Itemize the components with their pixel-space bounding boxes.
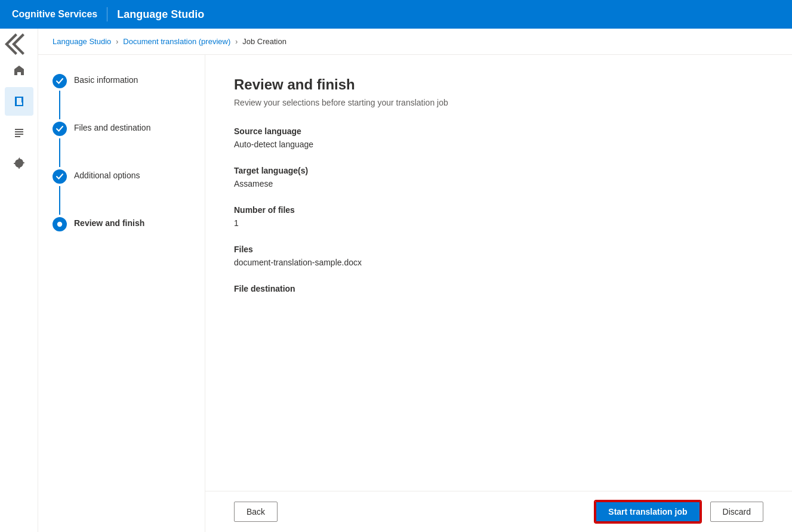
step-item-review: Review and finish — [53, 217, 190, 231]
step-connector-2 — [53, 122, 67, 169]
breadcrumb-sep-2: › — [235, 38, 238, 46]
check-icon-2 — [56, 125, 64, 133]
section-files: Files document-translation-sample.docx — [234, 245, 763, 267]
check-icon-1 — [56, 77, 64, 85]
source-language-value: Auto-detect language — [234, 140, 763, 149]
step-circle-3 — [53, 169, 67, 184]
breadcrumb-job-creation: Job Creation — [242, 37, 286, 46]
svg-rect-7 — [15, 134, 23, 135]
svg-rect-5 — [15, 129, 23, 130]
step-connector-4 — [53, 217, 67, 231]
content-area: Language Studio › Document translation (… — [38, 29, 792, 532]
target-language-value: Assamese — [234, 179, 763, 188]
discard-button[interactable]: Discard — [710, 502, 763, 522]
source-language-label: Source language — [234, 126, 763, 136]
file-destination-label: File destination — [234, 284, 763, 293]
breadcrumb: Language Studio › Document translation (… — [38, 29, 792, 55]
inner-layout: Basic information Files and destination — [38, 55, 792, 532]
step-circle-2 — [53, 122, 67, 136]
main-content: Review and finish Review your selections… — [205, 55, 792, 532]
page-subtitle: Review your selections before starting y… — [234, 98, 763, 107]
step-circle-1 — [53, 74, 67, 88]
collapse-sidebar-button[interactable] — [5, 35, 33, 54]
back-button[interactable]: Back — [234, 502, 278, 522]
check-icon-3 — [56, 172, 64, 181]
sidebar-item-documents[interactable] — [5, 87, 33, 116]
breadcrumb-sep-1: › — [116, 38, 118, 46]
sidebar-item-settings[interactable] — [5, 149, 33, 178]
home-icon — [13, 64, 25, 76]
dot-icon-4 — [56, 220, 64, 228]
content-scroll: Review and finish Review your selections… — [205, 55, 792, 491]
studio-name: Language Studio — [117, 8, 204, 21]
section-source-language: Source language Auto-detect language — [234, 126, 763, 149]
sidebar-icons — [0, 29, 38, 532]
sidebar-item-home[interactable] — [5, 56, 33, 85]
num-files-value: 1 — [234, 218, 763, 228]
step-line-2 — [59, 138, 60, 167]
footer-bar: Back Start translation job Discard — [205, 491, 792, 532]
service-name: Cognitive Services — [12, 9, 97, 20]
step-item-basic-info: Basic information — [53, 74, 190, 122]
breadcrumb-language-studio[interactable]: Language Studio — [53, 37, 111, 46]
page-title: Review and finish — [234, 76, 763, 93]
steps-panel: Basic information Files and destination — [38, 55, 205, 532]
step-line-3 — [59, 186, 60, 215]
section-num-files: Number of files 1 — [234, 205, 763, 228]
step-circle-4 — [53, 217, 67, 231]
step-line-1 — [59, 91, 60, 119]
section-target-language: Target language(s) Assamese — [234, 166, 763, 188]
step-item-files: Files and destination — [53, 122, 190, 169]
header-divider — [107, 7, 107, 21]
section-file-destination: File destination — [234, 284, 763, 293]
target-language-label: Target language(s) — [234, 166, 763, 175]
step-item-additional: Additional options — [53, 169, 190, 217]
sidebar-item-list[interactable] — [5, 118, 33, 147]
files-value: document-translation-sample.docx — [234, 258, 763, 267]
svg-rect-8 — [15, 136, 20, 137]
svg-point-9 — [57, 222, 62, 227]
main-layout: Language Studio › Document translation (… — [0, 29, 792, 532]
step-label-review: Review and finish — [74, 217, 144, 228]
start-translation-button[interactable]: Start translation job — [595, 501, 700, 522]
top-header: Cognitive Services Language Studio — [0, 0, 792, 29]
step-label-additional: Additional options — [74, 169, 140, 180]
breadcrumb-document-translation[interactable]: Document translation (preview) — [123, 37, 230, 46]
list-icon — [13, 126, 25, 138]
step-label-basic-info: Basic information — [74, 74, 138, 85]
step-label-files: Files and destination — [74, 122, 150, 132]
num-files-label: Number of files — [234, 205, 763, 215]
step-connector-1 — [53, 74, 67, 122]
settings-icon — [13, 157, 25, 169]
svg-rect-6 — [15, 131, 23, 132]
documents-icon — [13, 95, 25, 107]
files-label: Files — [234, 245, 763, 254]
step-connector-3 — [53, 169, 67, 217]
